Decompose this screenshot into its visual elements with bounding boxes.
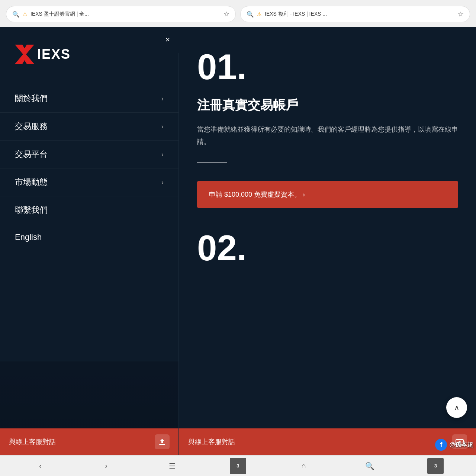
bg-glimpse [0, 361, 178, 428]
search-icon-2: 🔍 [247, 11, 254, 18]
chat-bar-left[interactable]: 與線上客服對話 [0, 428, 178, 455]
nav-label-contact: 聯繫我們 [15, 205, 48, 216]
search-icon-1: 🔍 [12, 11, 20, 18]
chevron-icon-platform: › [161, 151, 164, 158]
tab-count-badge[interactable]: 3 [230, 458, 246, 474]
forward-button[interactable]: › [98, 458, 115, 474]
nav-item-contact[interactable]: 聯繫我們 [0, 196, 178, 224]
right-pane: 01. 注冊真實交易帳戶 當您準備就緒並獲得所有必要的知識時。我們的客戶經理將為… [179, 27, 476, 455]
left-pane: IEXS 關於我們 › 交易服務 › 交易平台 › 市場動態 › 聯繫我們 [0, 27, 178, 455]
chat-icon-left [155, 434, 170, 449]
facebook-icon: f [435, 439, 447, 451]
upload-icon [158, 437, 167, 446]
svg-marker-0 [15, 45, 34, 64]
cta-button[interactable]: 申請 $100,000 免費虛擬資本。 › [197, 181, 458, 208]
back-button[interactable]: ‹ [32, 458, 49, 474]
iexs-logo-icon [15, 45, 34, 64]
nav-item-trading[interactable]: 交易服務 › [0, 113, 178, 141]
url-text-2: IEXS 複利 - IEXS | IEXS ... [265, 11, 455, 17]
right-content: 01. 注冊真實交易帳戶 當您準備就緒並獲得所有必要的知識時。我們的客戶經理將為… [179, 27, 476, 428]
menu-button[interactable]: ☰ [164, 458, 180, 474]
address-bar-2[interactable]: 🔍 ⚠ IEXS 複利 - IEXS | IEXS ... ☆ [240, 6, 470, 22]
url-text-1: IEXS 盈十證劵官網 | 全... [30, 11, 221, 17]
nav-label-trading: 交易服務 [15, 121, 48, 132]
nav-item-market[interactable]: 市場動態 › [0, 168, 178, 196]
chevron-icon-market: › [161, 178, 164, 186]
nav-label-platform: 交易平台 [15, 149, 48, 160]
nav-label-market: 市場動態 [15, 177, 48, 188]
step1-number: 01. [197, 49, 458, 85]
divider-line [197, 163, 227, 163]
tab-count-badge-2[interactable]: 3 [427, 458, 444, 474]
bookmark-icon-1[interactable]: ☆ [223, 10, 229, 18]
nav-label-english: English [15, 232, 42, 242]
scroll-up-button[interactable]: ∧ [446, 397, 467, 418]
close-button[interactable]: × [160, 32, 176, 48]
step2-number: 02. [197, 230, 458, 266]
shield-icon-2: ⚠ [257, 11, 262, 17]
nav-item-platform[interactable]: 交易平台 › [0, 141, 178, 168]
svg-rect-1 [159, 444, 165, 445]
chat-label-left: 與線上客服對話 [9, 437, 56, 446]
close-overlay: × [157, 27, 179, 53]
nav-menu: 關於我們 › 交易服務 › 交易平台 › 市場動態 › 聯繫我們 English [0, 79, 178, 361]
step1-description: 當您準備就緒並獲得所有必要的知識時。我們的客戶經理將為您提供指導，以填寫在線申請… [197, 123, 458, 148]
watermark-text: @孫本超 [449, 441, 473, 449]
browser-nav-bar: ‹ › ☰ 3 ⌂ 🔍 3 [0, 455, 476, 476]
chat-label-right: 與線上客服對話 [188, 437, 235, 446]
chat-bar-right[interactable]: 與線上客服對話 [179, 428, 476, 455]
nav-item-about[interactable]: 關於我們 › [0, 85, 178, 113]
nav-item-english[interactable]: English [0, 224, 178, 250]
cta-label: 申請 $100,000 免費虛擬資本。 › [209, 190, 305, 199]
logo-text: IEXS [37, 46, 71, 62]
nav-label-about: 關於我們 [15, 93, 48, 104]
step1-title: 注冊真實交易帳戶 [197, 97, 458, 113]
logo-area: IEXS [0, 27, 178, 79]
chevron-icon-trading: › [161, 123, 164, 131]
shield-icon-1: ⚠ [23, 11, 28, 17]
browser-chrome: 🔍 ⚠ IEXS 盈十證劵官網 | 全... ☆ 🔍 ⚠ IEXS 複利 - I… [0, 0, 476, 27]
address-bar-1[interactable]: 🔍 ⚠ IEXS 盈十證劵官網 | 全... ☆ [6, 6, 236, 22]
search-button-nav[interactable]: 🔍 [361, 458, 378, 474]
bookmark-icon-2[interactable]: ☆ [458, 10, 464, 18]
chevron-up-icon: ∧ [454, 403, 460, 412]
main-layout: IEXS 關於我們 › 交易服務 › 交易平台 › 市場動態 › 聯繫我們 [0, 27, 476, 455]
close-icon: × [165, 35, 170, 45]
chevron-icon-about: › [161, 95, 164, 103]
home-button[interactable]: ⌂ [296, 458, 312, 474]
watermark: f @孫本超 [435, 439, 473, 451]
